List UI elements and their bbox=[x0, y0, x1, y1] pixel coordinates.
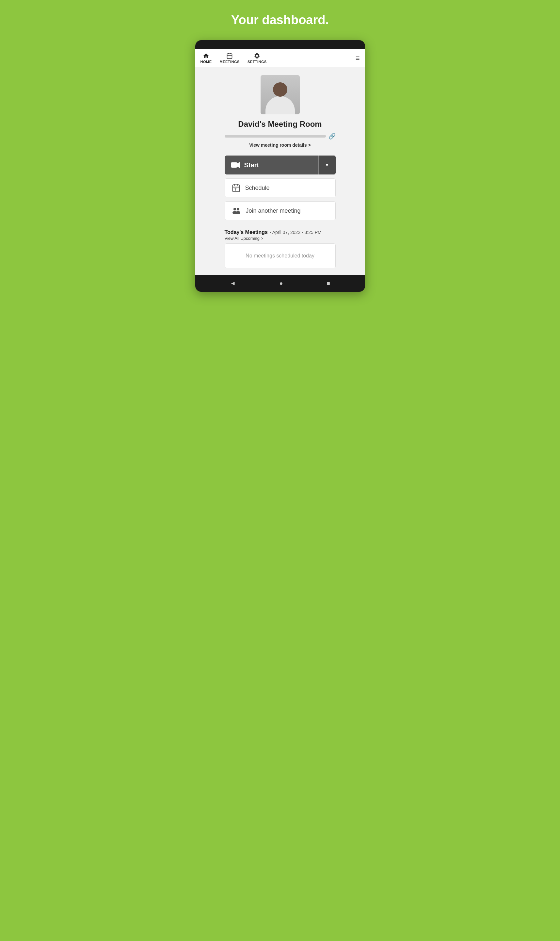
bottom-nav-bar: ◄ ● ■ bbox=[195, 275, 365, 292]
svg-marker-5 bbox=[237, 162, 240, 168]
view-meeting-room-details-link[interactable]: View meeting room details > bbox=[249, 142, 311, 148]
page-title: Your dashboard. bbox=[231, 13, 329, 27]
link-icon[interactable]: 🔗 bbox=[328, 133, 336, 140]
hamburger-menu[interactable]: ≡ bbox=[355, 54, 360, 62]
join-meeting-button[interactable]: Join another meeting bbox=[225, 201, 336, 220]
tab-settings[interactable]: SETTINGS bbox=[248, 52, 267, 64]
status-bar bbox=[195, 40, 365, 49]
start-button-dropdown[interactable]: ▼ bbox=[319, 156, 336, 174]
video-icon bbox=[231, 161, 240, 168]
svg-point-14 bbox=[236, 211, 240, 214]
svg-point-11 bbox=[234, 208, 236, 210]
svg-text:7: 7 bbox=[234, 188, 236, 191]
avatar bbox=[261, 75, 300, 114]
room-name: David's Meeting Room bbox=[238, 120, 322, 129]
back-button[interactable]: ◄ bbox=[230, 280, 236, 287]
meetings-section-title: Today's Meetings bbox=[225, 229, 268, 235]
schedule-button[interactable]: 7 Schedule bbox=[225, 178, 336, 197]
start-button-label: Start bbox=[244, 161, 259, 169]
gear-icon bbox=[254, 52, 260, 59]
meetings-section: Today's Meetings - April 07, 2022 - 3:25… bbox=[225, 229, 336, 268]
join-meeting-button-label: Join another meeting bbox=[246, 207, 301, 214]
tab-home-label: HOME bbox=[200, 60, 212, 64]
main-content: David's Meeting Room 🔗 View meeting room… bbox=[195, 67, 365, 275]
nav-tabs: HOME MEETINGS bbox=[200, 52, 355, 64]
tab-meetings[interactable]: MEETINGS bbox=[220, 52, 240, 64]
nav-bar: HOME MEETINGS bbox=[195, 49, 365, 67]
start-button[interactable]: Start ▼ bbox=[225, 156, 336, 174]
svg-rect-4 bbox=[231, 162, 237, 168]
phone-frame: HOME MEETINGS bbox=[195, 40, 365, 292]
schedule-button-label: Schedule bbox=[245, 185, 270, 191]
home-button[interactable]: ● bbox=[280, 280, 283, 287]
meetings-date: - April 07, 2022 - 3:25 PM bbox=[270, 230, 322, 235]
start-button-main: Start bbox=[225, 156, 318, 174]
tab-settings-label: SETTINGS bbox=[248, 60, 267, 64]
meetings-header: Today's Meetings - April 07, 2022 - 3:25… bbox=[225, 229, 336, 241]
tab-meetings-label: MEETINGS bbox=[220, 60, 240, 64]
svg-rect-0 bbox=[227, 54, 232, 59]
no-meetings-box: No meetings scheduled today bbox=[225, 244, 336, 268]
tab-home[interactable]: HOME bbox=[200, 52, 212, 64]
calendar-icon bbox=[226, 52, 233, 59]
meeting-link-row: 🔗 bbox=[225, 133, 336, 140]
view-all-upcoming-link[interactable]: View All Upcoming > bbox=[225, 236, 263, 241]
no-meetings-text: No meetings scheduled today bbox=[246, 253, 314, 258]
svg-point-12 bbox=[237, 208, 239, 210]
meeting-link-bar bbox=[225, 135, 326, 137]
recents-button[interactable]: ■ bbox=[326, 280, 330, 287]
people-icon bbox=[232, 207, 241, 214]
action-buttons: Start ▼ 7 bbox=[225, 156, 336, 220]
avatar-placeholder bbox=[261, 75, 300, 114]
home-icon bbox=[203, 52, 209, 59]
calendar-number-icon: 7 bbox=[232, 183, 241, 193]
meetings-title-row: Today's Meetings - April 07, 2022 - 3:25… bbox=[225, 229, 322, 235]
phone-screen: HOME MEETINGS bbox=[195, 49, 365, 275]
chevron-down-icon: ▼ bbox=[325, 162, 329, 168]
